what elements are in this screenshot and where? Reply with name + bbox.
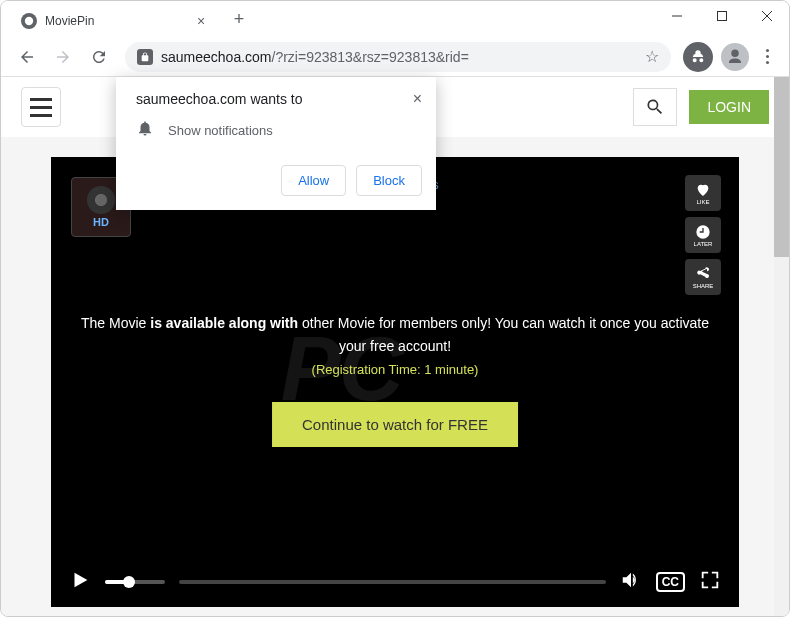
window-close-button[interactable] [744,1,789,31]
volume-slider[interactable] [105,580,165,584]
window-titlebar: MoviePin × + [1,1,789,37]
search-button[interactable] [633,88,677,126]
notification-permission-popup: saumeechoa.com wants to × Show notificat… [116,77,436,210]
incognito-icon[interactable] [683,42,713,72]
bookmark-star-icon[interactable]: ☆ [645,47,659,66]
play-button[interactable] [69,569,91,595]
browser-tab[interactable]: MoviePin × [9,5,219,37]
browser-menu-button[interactable] [753,49,781,64]
continue-watch-button[interactable]: Continue to watch for FREE [272,402,518,447]
block-button[interactable]: Block [356,165,422,196]
tab-close-icon[interactable]: × [193,13,209,29]
cc-button[interactable]: CC [656,572,685,592]
svg-point-0 [25,17,33,25]
volume-icon[interactable] [620,569,642,595]
lock-icon [137,49,153,65]
hamburger-menu-button[interactable] [21,87,61,127]
like-button[interactable]: LIKE [685,175,721,211]
scrollbar-thumb[interactable] [774,77,789,257]
player-controls: CC [51,557,739,607]
promo-message: The Movie is available along with other … [51,312,739,381]
progress-bar[interactable] [179,580,606,584]
url-text: saumeechoa.com/?rzi=923813&rsz=923813&ri… [161,49,645,65]
nav-back-button[interactable] [11,41,43,73]
browser-toolbar: saumeechoa.com/?rzi=923813&rsz=923813&ri… [1,37,789,77]
window-minimize-button[interactable] [654,1,699,31]
notification-close-icon[interactable]: × [413,91,422,107]
share-button[interactable]: SHARE [685,259,721,295]
address-bar[interactable]: saumeechoa.com/?rzi=923813&rsz=923813&ri… [125,42,671,72]
window-maximize-button[interactable] [699,1,744,31]
login-button[interactable]: LOGIN [689,90,769,124]
nav-reload-button[interactable] [83,41,115,73]
fullscreen-button[interactable] [699,569,721,595]
video-player: PC risk.com HD ds LIKE LATER SHARE The M… [51,157,739,607]
scrollbar[interactable] [774,77,789,616]
tab-favicon-icon [21,13,37,29]
later-button[interactable]: LATER [685,217,721,253]
notification-title: saumeechoa.com wants to [136,91,303,107]
svg-rect-2 [717,12,726,21]
tab-title: MoviePin [45,14,193,28]
profile-avatar[interactable] [721,43,749,71]
nav-forward-button[interactable] [47,41,79,73]
bell-icon [136,119,154,141]
hd-label: HD [93,216,109,228]
notification-message: Show notifications [168,123,273,138]
film-reel-icon [87,186,115,214]
allow-button[interactable]: Allow [281,165,346,196]
new-tab-button[interactable]: + [225,5,253,33]
